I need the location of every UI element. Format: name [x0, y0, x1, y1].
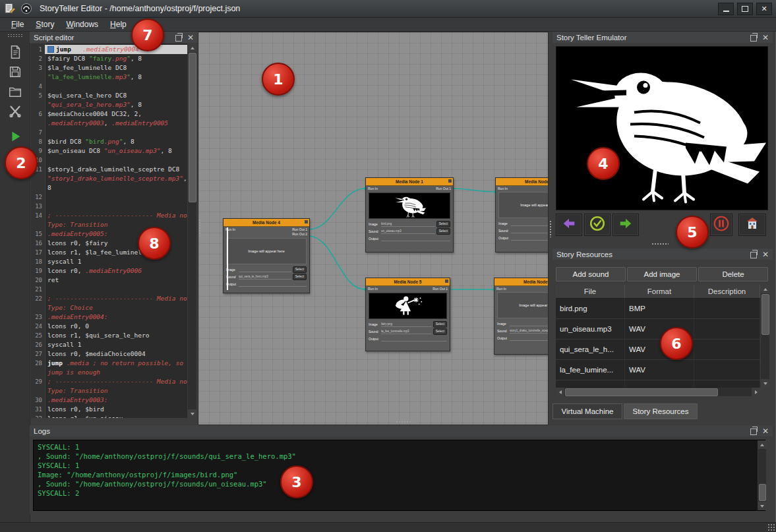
close-dock-icon[interactable]: ✕ — [762, 428, 769, 434]
close-dock-icon[interactable]: ✕ — [187, 34, 194, 41]
node-title[interactable]: Media Node 3 — [496, 178, 549, 186]
node-graph-canvas[interactable]: Media Node 4Run InRun Out 1Run Out 2Imag… — [198, 32, 549, 425]
scroll-right-icon[interactable] — [752, 388, 760, 396]
run-in-port[interactable]: Run In — [225, 227, 235, 237]
table-row[interactable]: fairy.pngBMP — [556, 380, 760, 388]
pause-button[interactable] — [710, 214, 732, 236]
resize-grip[interactable] — [767, 523, 775, 531]
titlebar[interactable]: StoryTeller Editor - /home/anthony/ostpr… — [0, 0, 776, 18]
table-row[interactable]: la_fee_lumine...WAV — [556, 360, 760, 380]
window-title: StoryTeller Editor - /home/anthony/ostpr… — [40, 4, 240, 13]
scroll-down-icon[interactable] — [761, 379, 769, 388]
home-button[interactable] — [738, 214, 766, 236]
undock-icon[interactable] — [750, 252, 757, 258]
node-field-label: Image — [498, 222, 510, 225]
undock-icon[interactable] — [175, 35, 182, 42]
menu-windows[interactable]: Windows — [60, 18, 104, 30]
arrow-left-icon — [560, 216, 578, 233]
annotation-badge-2: 2 — [5, 146, 38, 179]
undock-icon[interactable] — [750, 35, 757, 42]
bottom-splitter-handle[interactable] — [396, 421, 413, 424]
node-field-value: story1_drako_luminelle_sceptre.mp3 — [510, 328, 549, 334]
node-select-button[interactable]: Select — [436, 221, 450, 227]
maximize-button[interactable] — [737, 3, 753, 15]
scroll-up-icon[interactable] — [188, 44, 196, 52]
run-in-port[interactable]: Run In — [368, 287, 378, 291]
node-title[interactable]: Media Node 4 — [224, 219, 309, 227]
scroll-left-icon[interactable] — [556, 388, 564, 396]
code-text: Type: Transition — [45, 220, 196, 229]
node-title[interactable]: Media Node 1 — [366, 178, 453, 186]
node-select-button[interactable]: Select — [293, 266, 307, 273]
menu-help[interactable]: Help — [104, 18, 133, 30]
scroll-up-icon[interactable] — [761, 285, 769, 293]
logs-output[interactable]: SYSCALL: 1, Sound: "/home/anthony/ostpro… — [33, 440, 765, 511]
resources-table: FileFormatDescription bird.pngBMPun_oise… — [556, 285, 760, 388]
table-row[interactable]: bird.pngBMP — [556, 299, 760, 319]
column-header-file[interactable]: File — [556, 285, 625, 298]
prev-button[interactable] — [556, 214, 582, 236]
scrollbar-thumb[interactable] — [189, 53, 196, 202]
editor-vertical-scrollbar[interactable] — [187, 44, 196, 418]
column-header-description[interactable]: Description — [694, 285, 760, 298]
node-select-button[interactable]: Select — [433, 328, 447, 335]
run-in-port[interactable]: Run In — [368, 187, 378, 191]
minimize-button[interactable] — [718, 3, 734, 15]
code-line: 4 — [31, 82, 196, 91]
scrollbar-thumb[interactable] — [761, 294, 769, 335]
node-title[interactable]: Media Node 5 — [366, 278, 450, 286]
media-node[interactable]: Media Node 1Run InRun Out 1Imagebird.png… — [365, 177, 454, 252]
run-out-ports[interactable]: Run Out 1 — [433, 287, 448, 291]
scrollbar-thumb[interactable] — [759, 484, 766, 501]
scrollbar-thumb[interactable] — [565, 388, 718, 396]
check-icon — [589, 215, 606, 235]
menu-file[interactable]: File — [5, 18, 30, 30]
logs-vertical-scrollbar[interactable] — [758, 440, 766, 510]
run-in-port[interactable]: Run In — [496, 287, 506, 291]
node-select-button[interactable]: Select — [293, 274, 307, 280]
media-node[interactable]: Media Node 5Run InRun Out 1Imagefairy.pn… — [365, 278, 450, 351]
add-image-button[interactable]: Add image — [627, 267, 697, 281]
validate-button[interactable] — [584, 214, 611, 236]
close-button[interactable]: ✕ — [756, 3, 772, 15]
new-script-button[interactable] — [6, 44, 24, 63]
scroll-down-icon[interactable] — [758, 502, 766, 510]
undock-icon[interactable] — [750, 429, 757, 435]
table-horizontal-scrollbar[interactable] — [556, 388, 760, 396]
run-out-ports[interactable]: Run Out 1Run Out 2 — [292, 227, 307, 237]
node-select-button[interactable]: Select — [436, 228, 450, 235]
media-node[interactable]: Media Node 3Run InImage will appear here… — [495, 177, 549, 252]
next-button[interactable] — [612, 214, 639, 236]
tab-story-resources[interactable]: Story Resources — [624, 403, 698, 419]
close-dock-icon[interactable]: ✕ — [762, 251, 769, 258]
script-editor[interactable]: 1jump .mediaEntry00042$fairy DC8 "fairy.… — [31, 44, 196, 418]
media-node[interactable]: Media Node 6Run InImage will appear here… — [494, 278, 549, 355]
menu-story[interactable]: Story — [30, 18, 60, 30]
open-folder-button[interactable] — [6, 84, 24, 102]
emulator-splitter-handle[interactable] — [651, 243, 669, 246]
line-number — [31, 303, 45, 312]
table-row[interactable]: un_oiseau.mp3WAV — [556, 319, 760, 340]
scroll-up-icon[interactable] — [758, 440, 766, 449]
scroll-down-icon[interactable] — [188, 409, 196, 418]
table-row[interactable]: qui_sera_le_h...WAV — [556, 340, 760, 360]
code-text: Type: Transition — [45, 386, 196, 396]
run-in-port[interactable]: Run In — [498, 187, 508, 191]
tab-virtual-machine[interactable]: Virtual Machine — [552, 403, 622, 419]
right-splitter-handle[interactable] — [549, 220, 552, 237]
column-header-format[interactable]: Format — [625, 285, 694, 298]
node-title[interactable]: Media Node 6 — [494, 278, 549, 286]
run-button[interactable] — [6, 129, 24, 147]
delete-button[interactable]: Delete — [698, 267, 768, 281]
scissors-button[interactable] — [6, 103, 24, 122]
node-select-button[interactable]: Select — [433, 321, 447, 328]
table-vertical-scrollbar[interactable] — [760, 285, 769, 388]
media-node[interactable]: Media Node 4Run InRun Out 1Run Out 2Imag… — [223, 218, 310, 293]
left-splitter-handle[interactable] — [198, 219, 202, 236]
run-out-ports[interactable]: Run Out 1 — [436, 187, 451, 191]
node-image-preview — [369, 192, 450, 219]
close-dock-icon[interactable]: ✕ — [762, 34, 769, 41]
add-sound-button[interactable]: Add sound — [556, 267, 626, 281]
save-button[interactable] — [6, 64, 24, 82]
toolbar-drag-handle[interactable] — [7, 34, 23, 38]
